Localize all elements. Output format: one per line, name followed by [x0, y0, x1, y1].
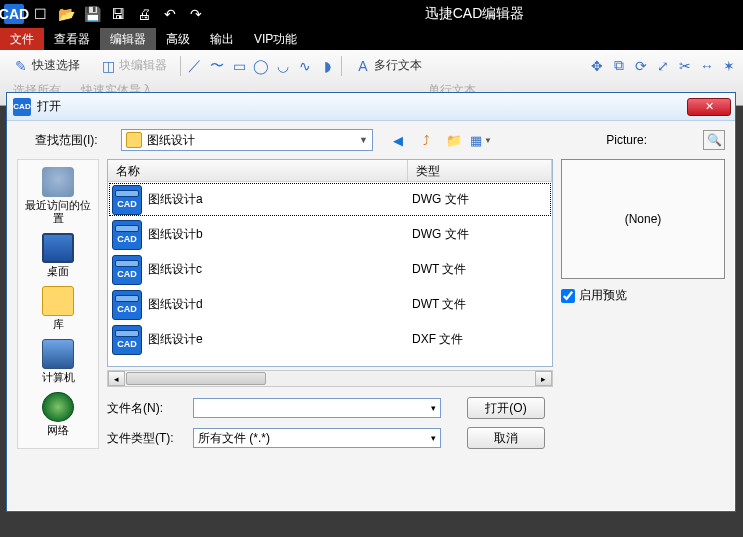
scroll-right-button[interactable]: ▸: [535, 371, 552, 386]
file-row[interactable]: CAD图纸设计a DWG 文件: [108, 182, 552, 217]
horizontal-scrollbar[interactable]: ◂ ▸: [107, 370, 553, 387]
separator: [180, 56, 181, 76]
chevron-down-icon: ▾: [431, 433, 436, 443]
polyline-tool-icon[interactable]: 〜: [209, 58, 225, 74]
quick-select-button[interactable]: ✎快速选择: [6, 54, 87, 77]
lookin-label: 查找范围(I):: [35, 132, 115, 149]
rotate-tool-icon[interactable]: ⟳: [633, 58, 649, 74]
app-icon: CAD: [4, 4, 24, 24]
chevron-down-icon: ▼: [359, 135, 368, 145]
app-titlebar: CAD ☐ 📂 💾 🖫 🖨 ↶ ↷ 迅捷CAD编辑器: [0, 0, 743, 28]
filename-label: 文件名(N):: [107, 400, 187, 417]
circle-tool-icon[interactable]: ◯: [253, 58, 269, 74]
separator: [341, 56, 342, 76]
network-icon: [42, 392, 74, 422]
open-button[interactable]: 打开(O): [467, 397, 545, 419]
open-icon[interactable]: 📂: [56, 4, 76, 24]
dialog-title: 打开: [37, 98, 61, 115]
enable-preview-checkbox[interactable]: 启用预览: [561, 287, 725, 304]
recent-icon: [42, 167, 74, 197]
filename-input[interactable]: ▾: [193, 398, 441, 418]
file-list[interactable]: 名称 类型 CAD图纸设计a DWG 文件 CAD图纸设计b DWG 文件: [107, 159, 553, 367]
desktop-icon: [42, 233, 74, 263]
place-libraries[interactable]: 库: [21, 283, 95, 334]
column-type[interactable]: 类型: [408, 160, 552, 181]
rect-tool-icon[interactable]: ▭: [231, 58, 247, 74]
cancel-button[interactable]: 取消: [467, 427, 545, 449]
place-computer[interactable]: 计算机: [21, 336, 95, 387]
up-button[interactable]: ⤴: [415, 129, 437, 151]
quick-select-icon: ✎: [13, 58, 29, 74]
extend-tool-icon[interactable]: ↔: [699, 58, 715, 74]
scroll-left-button[interactable]: ◂: [108, 371, 125, 386]
menu-vip[interactable]: VIP功能: [244, 28, 307, 50]
place-desktop[interactable]: 桌面: [21, 230, 95, 281]
print-icon[interactable]: 🖨: [134, 4, 154, 24]
libraries-icon: [42, 286, 74, 316]
find-target-button[interactable]: 🔍: [703, 130, 725, 150]
quick-access-toolbar: CAD ☐ 📂 💾 🖫 🖨 ↶ ↷: [4, 4, 206, 24]
move-tool-icon[interactable]: ✥: [589, 58, 605, 74]
save-icon[interactable]: 💾: [82, 4, 102, 24]
places-bar: 最近访问的位置 桌面 库 计算机 网络: [17, 159, 99, 449]
menu-file[interactable]: 文件: [0, 28, 44, 50]
menu-viewer[interactable]: 查看器: [44, 28, 100, 50]
filetype-label: 文件类型(T):: [107, 430, 187, 447]
redo-icon[interactable]: ↷: [186, 4, 206, 24]
lookin-tools: ◀ ⤴ 📁 ▦▼: [387, 129, 493, 151]
lookin-folder-select[interactable]: 图纸设计 ▼: [121, 129, 373, 151]
menu-editor[interactable]: 编辑器: [100, 28, 156, 50]
filetype-select[interactable]: 所有文件 (*.*)▾: [193, 428, 441, 448]
dialog-icon: CAD: [13, 98, 31, 116]
file-row[interactable]: CAD图纸设计c DWT 文件: [108, 252, 552, 287]
file-row[interactable]: CAD图纸设计d DWT 文件: [108, 287, 552, 322]
multitext-button[interactable]: A多行文本: [348, 54, 429, 77]
trim-tool-icon[interactable]: ✂: [677, 58, 693, 74]
place-network[interactable]: 网络: [21, 389, 95, 440]
dialog-titlebar: CAD 打开 ✕: [7, 93, 735, 121]
new-icon[interactable]: ☐: [30, 4, 50, 24]
save-as-icon[interactable]: 🖫: [108, 4, 128, 24]
enable-preview-input[interactable]: [561, 289, 575, 303]
cad-file-icon: CAD: [112, 255, 142, 285]
cad-file-icon: CAD: [112, 290, 142, 320]
multitext-icon: A: [355, 58, 371, 74]
menubar: 文件 查看器 编辑器 高级 输出 VIP功能: [0, 28, 743, 50]
chevron-down-icon: ▼: [484, 136, 492, 145]
copy-tool-icon[interactable]: ⧉: [611, 58, 627, 74]
new-folder-button[interactable]: 📁: [443, 129, 465, 151]
spline-tool-icon[interactable]: ∿: [297, 58, 313, 74]
back-button[interactable]: ◀: [387, 129, 409, 151]
chevron-down-icon: ▾: [431, 403, 436, 413]
menu-output[interactable]: 输出: [200, 28, 244, 50]
close-button[interactable]: ✕: [687, 98, 731, 116]
menu-advanced[interactable]: 高级: [156, 28, 200, 50]
preview-none-text: (None): [625, 212, 662, 226]
picture-label: Picture:: [606, 133, 647, 147]
block-editor-icon: ◫: [100, 58, 116, 74]
line-tool-icon[interactable]: ／: [187, 58, 203, 74]
cad-file-icon: CAD: [112, 325, 142, 355]
file-list-header: 名称 类型: [108, 160, 552, 182]
file-row[interactable]: CAD图纸设计b DWG 文件: [108, 217, 552, 252]
arc-tool-icon[interactable]: ◡: [275, 58, 291, 74]
preview-box: (None): [561, 159, 725, 279]
cad-file-icon: CAD: [112, 220, 142, 250]
scale-tool-icon[interactable]: ⤢: [655, 58, 671, 74]
ellipse-tool-icon[interactable]: ◗: [319, 58, 335, 74]
explode-tool-icon[interactable]: ✶: [721, 58, 737, 74]
lookin-folder-name: 图纸设计: [147, 132, 195, 149]
app-title: 迅捷CAD编辑器: [206, 5, 743, 23]
place-recent[interactable]: 最近访问的位置: [21, 164, 95, 228]
open-dialog: CAD 打开 ✕ 查找范围(I): 图纸设计 ▼ ◀ ⤴ 📁 ▦▼ Pictur…: [6, 92, 736, 512]
folder-icon: [126, 132, 142, 148]
column-name[interactable]: 名称: [108, 160, 408, 181]
undo-icon[interactable]: ↶: [160, 4, 180, 24]
scroll-thumb[interactable]: [126, 372, 266, 385]
file-row[interactable]: CAD图纸设计e DXF 文件: [108, 322, 552, 357]
block-editor-button[interactable]: ◫块编辑器: [93, 54, 174, 77]
computer-icon: [42, 339, 74, 369]
view-mode-button[interactable]: ▦▼: [471, 129, 493, 151]
preview-panel: (None) 启用预览: [561, 159, 725, 449]
cad-file-icon: CAD: [112, 185, 142, 215]
